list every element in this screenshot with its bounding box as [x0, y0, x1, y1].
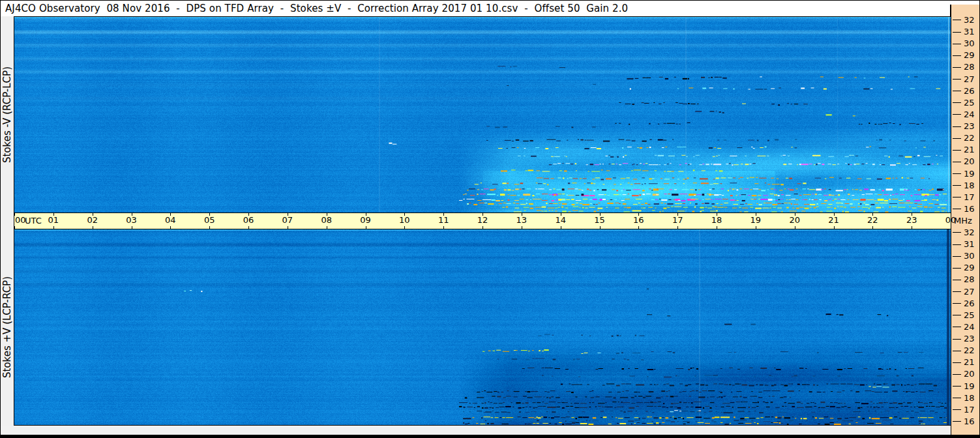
time-tick — [717, 226, 717, 229]
time-label: 00 — [15, 214, 26, 226]
freq-tick-mark — [953, 173, 961, 174]
freq-tick-label: 26 — [964, 87, 975, 96]
freq-tick: 19 — [953, 169, 975, 179]
freq-tick-mark — [953, 138, 961, 139]
mhz-unit-label: MHz — [954, 215, 972, 227]
time-tick — [366, 226, 366, 229]
freq-tick: 20 — [953, 370, 975, 379]
time-label: 05 — [204, 214, 215, 226]
freq-tick: 25 — [953, 311, 975, 320]
time-label: 11 — [438, 214, 449, 226]
freq-tick: 26 — [953, 299, 975, 308]
time-tick — [677, 226, 678, 229]
freq-tick: 30 — [953, 252, 975, 261]
freq-tick-mark — [953, 197, 961, 197]
time-label: 10 — [399, 214, 410, 226]
freq-tick: 22 — [953, 134, 975, 143]
time-label: 01 — [48, 214, 59, 226]
freq-tick-label: 17 — [964, 405, 975, 415]
time-tick — [327, 226, 327, 229]
freq-tick-mark — [953, 398, 961, 398]
freq-tick: 18 — [953, 394, 975, 403]
time-tick — [53, 226, 54, 229]
freq-tick-label: 21 — [964, 145, 975, 154]
panel-border-line — [14, 16, 14, 426]
freq-tick: 26 — [953, 87, 975, 96]
freq-tick-label: 29 — [964, 263, 975, 272]
time-tick — [872, 226, 873, 229]
utc-unit-label: UTC — [25, 215, 42, 227]
panel-label-stokes-minus-v: Stokes -V (RCP-LCP) — [0, 16, 14, 213]
panel-border-line — [14, 229, 951, 229]
freq-tick: 16 — [953, 205, 975, 214]
freq-tick: 32 — [953, 16, 975, 25]
time-label: 20 — [789, 214, 800, 226]
time-label: 03 — [126, 214, 137, 226]
freq-tick-mark — [953, 268, 961, 269]
freq-tick: 29 — [953, 263, 975, 272]
time-tick — [404, 226, 405, 229]
time-tick — [170, 226, 171, 229]
freq-tick-mark — [953, 280, 961, 280]
window-title: AJ4CO Observatory 08 Nov 2016 - DPS on T… — [1, 3, 628, 14]
time-label: 06 — [243, 214, 254, 226]
freq-tick-mark — [953, 91, 961, 91]
freq-tick-label: 23 — [964, 334, 975, 343]
freq-tick-label: 32 — [964, 16, 975, 25]
freq-tick-mark — [953, 303, 961, 304]
freq-tick-label: 31 — [964, 27, 975, 36]
time-label: 09 — [360, 214, 371, 226]
time-tick — [522, 226, 522, 229]
freq-tick-mark — [953, 362, 961, 363]
time-tick — [93, 226, 93, 229]
freq-tick: 27 — [953, 75, 975, 84]
time-tick — [443, 226, 444, 229]
freq-tick: 17 — [953, 405, 975, 415]
freq-tick: 31 — [953, 27, 975, 36]
freq-tick: 16 — [953, 417, 975, 426]
freq-tick: 27 — [953, 287, 975, 297]
time-tick — [483, 226, 483, 229]
freq-tick-label: 30 — [964, 252, 975, 261]
time-tick — [834, 226, 835, 229]
time-tick — [288, 226, 288, 229]
time-tick — [14, 226, 15, 229]
freq-tick-mark — [953, 421, 961, 422]
time-tick — [912, 226, 912, 229]
freq-tick-mark — [953, 256, 961, 257]
freq-tick-mark — [953, 315, 961, 315]
freq-tick: 32 — [953, 228, 975, 237]
freq-tick-label: 18 — [964, 394, 975, 403]
freq-tick-mark — [953, 67, 961, 68]
time-tick — [561, 226, 561, 229]
time-tick — [638, 226, 639, 229]
freq-tick-mark — [953, 386, 961, 387]
freq-tick-label: 28 — [964, 63, 975, 72]
freq-tick: 21 — [953, 358, 975, 367]
freq-tick: 22 — [953, 346, 975, 355]
time-label: 13 — [516, 214, 527, 226]
freq-tick: 20 — [953, 157, 975, 166]
freq-tick-mark — [953, 409, 961, 410]
freq-tick-label: 32 — [964, 228, 975, 237]
freq-tick-label: 16 — [964, 417, 975, 426]
freq-tick-label: 23 — [964, 122, 975, 131]
time-label: 14 — [555, 214, 566, 226]
freq-tick-mark — [953, 374, 961, 375]
freq-tick-label: 24 — [964, 323, 975, 332]
freq-tick-mark — [953, 55, 961, 56]
freq-tick: 23 — [953, 334, 975, 343]
freq-tick-mark — [953, 291, 961, 292]
freq-tick-label: 17 — [964, 193, 975, 202]
freq-tick-label: 26 — [964, 299, 975, 308]
freq-tick-label: 18 — [964, 181, 975, 190]
spectrogram-bottom-panel — [14, 229, 951, 425]
freq-tick: 31 — [953, 240, 975, 249]
freq-tick: 29 — [953, 51, 975, 60]
freq-tick-label: 22 — [964, 346, 975, 355]
time-tick — [600, 226, 601, 229]
freq-tick: 24 — [953, 110, 975, 119]
freq-tick-mark — [953, 150, 961, 151]
time-label: 08 — [321, 214, 332, 226]
title-bar: AJ4CO Observatory 08 Nov 2016 - DPS on T… — [1, 1, 950, 16]
